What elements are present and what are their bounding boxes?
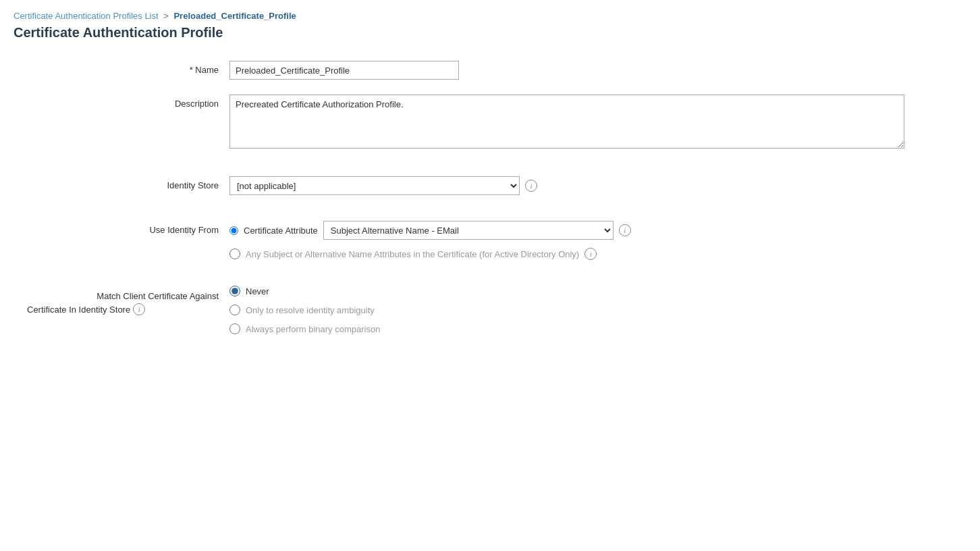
cert-attribute-label: Certificate Attribute bbox=[244, 226, 318, 236]
cert-attribute-select[interactable]: Subject Alternative Name - EMail Common … bbox=[323, 221, 614, 240]
form-container: * Name Description Precreated Certificat… bbox=[13, 61, 967, 334]
match-never-row: Never bbox=[229, 286, 904, 296]
match-cert-label: Match Client Certificate Against Certifi… bbox=[27, 286, 229, 316]
identity-store-label: Identity Store bbox=[27, 176, 229, 190]
name-row: * Name bbox=[27, 61, 967, 80]
match-resolve-row: Only to resolve identity ambiguity bbox=[229, 305, 904, 315]
match-binary-row: Always perform binary comparison bbox=[229, 323, 904, 334]
cert-attr-row: Certificate Attribute Subject Alternativ… bbox=[229, 221, 904, 240]
name-label: * Name bbox=[27, 61, 229, 75]
identity-store-select-wrap: [not applicable] Active Directory LDAP i bbox=[229, 176, 904, 195]
description-label: Description bbox=[27, 95, 229, 109]
any-subject-info-icon[interactable]: i bbox=[584, 248, 597, 260]
breadcrumb-separator: > bbox=[163, 11, 169, 21]
match-binary-label: Always perform binary comparison bbox=[246, 324, 380, 334]
use-identity-from-control-wrap: Certificate Attribute Subject Alternativ… bbox=[229, 221, 904, 260]
match-resolve-radio[interactable] bbox=[229, 305, 240, 315]
name-input[interactable] bbox=[229, 61, 459, 80]
cert-attribute-info-icon[interactable]: i bbox=[619, 224, 631, 236]
use-identity-from-row: Use Identity From Certificate Attribute … bbox=[27, 221, 967, 260]
identity-store-control-wrap: [not applicable] Active Directory LDAP i bbox=[229, 176, 904, 195]
match-cert-radio-group: Never Only to resolve identity ambiguity… bbox=[229, 286, 904, 334]
use-identity-from-label: Use Identity From bbox=[27, 221, 229, 235]
match-resolve-label: Only to resolve identity ambiguity bbox=[246, 305, 375, 315]
match-binary-radio[interactable] bbox=[229, 323, 240, 334]
match-cert-row: Match Client Certificate Against Certifi… bbox=[27, 286, 967, 334]
description-row: Description Precreated Certificate Autho… bbox=[27, 95, 967, 151]
any-subject-label: Any Subject or Alternative Name Attribut… bbox=[246, 249, 579, 259]
identity-store-row: Identity Store [not applicable] Active D… bbox=[27, 176, 967, 195]
breadcrumb-list-link[interactable]: Certificate Authentication Profiles List bbox=[13, 11, 159, 21]
match-cert-label-line1: Match Client Certificate Against bbox=[27, 290, 219, 303]
breadcrumb: Certificate Authentication Profiles List… bbox=[13, 11, 967, 21]
any-subject-row: Any Subject or Alternative Name Attribut… bbox=[229, 248, 904, 260]
match-never-radio[interactable] bbox=[229, 286, 240, 296]
page-title: Certificate Authentication Profile bbox=[13, 25, 967, 41]
match-cert-control-wrap: Never Only to resolve identity ambiguity… bbox=[229, 286, 904, 334]
identity-store-select[interactable]: [not applicable] Active Directory LDAP bbox=[229, 176, 520, 195]
description-control-wrap: Precreated Certificate Authorization Pro… bbox=[229, 95, 904, 151]
description-input[interactable]: Precreated Certificate Authorization Pro… bbox=[229, 95, 904, 149]
breadcrumb-current: Preloaded_Certificate_Profile bbox=[173, 11, 296, 21]
identity-store-info-icon[interactable]: i bbox=[525, 180, 537, 192]
match-cert-label-line2: Certificate In Identity Store bbox=[27, 303, 130, 317]
cert-attribute-radio[interactable] bbox=[229, 226, 238, 235]
match-cert-info-icon[interactable]: i bbox=[133, 303, 145, 315]
any-subject-radio[interactable] bbox=[229, 248, 240, 259]
name-control-wrap bbox=[229, 61, 904, 80]
match-never-label: Never bbox=[246, 286, 269, 296]
match-cert-label-line2-wrap: Certificate In Identity Store i bbox=[27, 303, 219, 317]
identity-from-options: Certificate Attribute Subject Alternativ… bbox=[229, 221, 904, 260]
